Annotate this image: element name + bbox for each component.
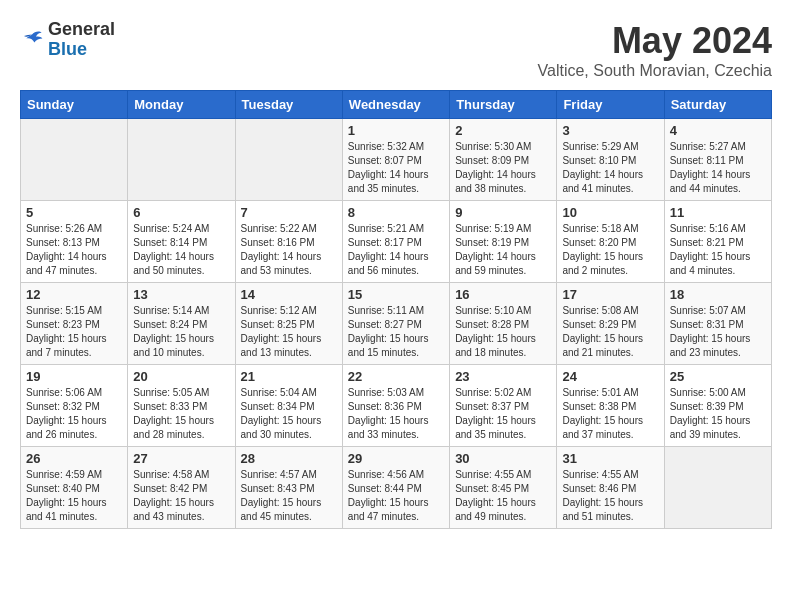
day-info: Sunrise: 4:56 AM Sunset: 8:44 PM Dayligh… <box>348 468 444 524</box>
calendar-cell: 21Sunrise: 5:04 AM Sunset: 8:34 PM Dayli… <box>235 365 342 447</box>
calendar-cell: 2Sunrise: 5:30 AM Sunset: 8:09 PM Daylig… <box>450 119 557 201</box>
calendar-cell: 14Sunrise: 5:12 AM Sunset: 8:25 PM Dayli… <box>235 283 342 365</box>
day-info: Sunrise: 5:26 AM Sunset: 8:13 PM Dayligh… <box>26 222 122 278</box>
calendar-cell: 23Sunrise: 5:02 AM Sunset: 8:37 PM Dayli… <box>450 365 557 447</box>
day-number: 9 <box>455 205 551 220</box>
day-number: 20 <box>133 369 229 384</box>
day-number: 1 <box>348 123 444 138</box>
calendar-cell: 24Sunrise: 5:01 AM Sunset: 8:38 PM Dayli… <box>557 365 664 447</box>
day-info: Sunrise: 5:15 AM Sunset: 8:23 PM Dayligh… <box>26 304 122 360</box>
day-number: 16 <box>455 287 551 302</box>
calendar-cell: 30Sunrise: 4:55 AM Sunset: 8:45 PM Dayli… <box>450 447 557 529</box>
weekday-header: Monday <box>128 91 235 119</box>
location-subtitle: Valtice, South Moravian, Czechia <box>538 62 772 80</box>
day-info: Sunrise: 4:59 AM Sunset: 8:40 PM Dayligh… <box>26 468 122 524</box>
day-number: 18 <box>670 287 766 302</box>
weekday-header: Wednesday <box>342 91 449 119</box>
calendar-cell: 17Sunrise: 5:08 AM Sunset: 8:29 PM Dayli… <box>557 283 664 365</box>
calendar-cell <box>21 119 128 201</box>
day-number: 2 <box>455 123 551 138</box>
weekday-header: Friday <box>557 91 664 119</box>
day-number: 15 <box>348 287 444 302</box>
logo-blue: Blue <box>48 40 115 60</box>
day-number: 12 <box>26 287 122 302</box>
day-number: 29 <box>348 451 444 466</box>
weekday-header: Saturday <box>664 91 771 119</box>
calendar-cell: 5Sunrise: 5:26 AM Sunset: 8:13 PM Daylig… <box>21 201 128 283</box>
calendar-cell: 19Sunrise: 5:06 AM Sunset: 8:32 PM Dayli… <box>21 365 128 447</box>
day-info: Sunrise: 5:18 AM Sunset: 8:20 PM Dayligh… <box>562 222 658 278</box>
day-number: 14 <box>241 287 337 302</box>
day-info: Sunrise: 5:12 AM Sunset: 8:25 PM Dayligh… <box>241 304 337 360</box>
day-info: Sunrise: 5:32 AM Sunset: 8:07 PM Dayligh… <box>348 140 444 196</box>
calendar-week-row: 1Sunrise: 5:32 AM Sunset: 8:07 PM Daylig… <box>21 119 772 201</box>
calendar-cell: 9Sunrise: 5:19 AM Sunset: 8:19 PM Daylig… <box>450 201 557 283</box>
day-info: Sunrise: 5:10 AM Sunset: 8:28 PM Dayligh… <box>455 304 551 360</box>
day-info: Sunrise: 5:16 AM Sunset: 8:21 PM Dayligh… <box>670 222 766 278</box>
day-info: Sunrise: 4:58 AM Sunset: 8:42 PM Dayligh… <box>133 468 229 524</box>
day-number: 7 <box>241 205 337 220</box>
calendar-cell: 6Sunrise: 5:24 AM Sunset: 8:14 PM Daylig… <box>128 201 235 283</box>
day-number: 30 <box>455 451 551 466</box>
calendar-week-row: 26Sunrise: 4:59 AM Sunset: 8:40 PM Dayli… <box>21 447 772 529</box>
calendar-week-row: 12Sunrise: 5:15 AM Sunset: 8:23 PM Dayli… <box>21 283 772 365</box>
calendar-cell: 12Sunrise: 5:15 AM Sunset: 8:23 PM Dayli… <box>21 283 128 365</box>
logo-text: General Blue <box>48 20 115 60</box>
day-info: Sunrise: 5:19 AM Sunset: 8:19 PM Dayligh… <box>455 222 551 278</box>
weekday-header: Tuesday <box>235 91 342 119</box>
day-info: Sunrise: 5:14 AM Sunset: 8:24 PM Dayligh… <box>133 304 229 360</box>
day-info: Sunrise: 4:57 AM Sunset: 8:43 PM Dayligh… <box>241 468 337 524</box>
page-header: General Blue May 2024 Valtice, South Mor… <box>20 20 772 80</box>
day-info: Sunrise: 5:24 AM Sunset: 8:14 PM Dayligh… <box>133 222 229 278</box>
day-number: 19 <box>26 369 122 384</box>
day-number: 17 <box>562 287 658 302</box>
day-number: 6 <box>133 205 229 220</box>
calendar-cell: 7Sunrise: 5:22 AM Sunset: 8:16 PM Daylig… <box>235 201 342 283</box>
day-number: 22 <box>348 369 444 384</box>
day-info: Sunrise: 5:30 AM Sunset: 8:09 PM Dayligh… <box>455 140 551 196</box>
day-info: Sunrise: 5:22 AM Sunset: 8:16 PM Dayligh… <box>241 222 337 278</box>
weekday-header: Thursday <box>450 91 557 119</box>
day-info: Sunrise: 5:11 AM Sunset: 8:27 PM Dayligh… <box>348 304 444 360</box>
day-number: 31 <box>562 451 658 466</box>
calendar-cell: 22Sunrise: 5:03 AM Sunset: 8:36 PM Dayli… <box>342 365 449 447</box>
calendar-table: SundayMondayTuesdayWednesdayThursdayFrid… <box>20 90 772 529</box>
logo-bird-icon <box>20 28 44 52</box>
day-info: Sunrise: 5:29 AM Sunset: 8:10 PM Dayligh… <box>562 140 658 196</box>
day-info: Sunrise: 5:01 AM Sunset: 8:38 PM Dayligh… <box>562 386 658 442</box>
day-number: 27 <box>133 451 229 466</box>
calendar-week-row: 19Sunrise: 5:06 AM Sunset: 8:32 PM Dayli… <box>21 365 772 447</box>
calendar-cell: 15Sunrise: 5:11 AM Sunset: 8:27 PM Dayli… <box>342 283 449 365</box>
day-number: 10 <box>562 205 658 220</box>
logo: General Blue <box>20 20 115 60</box>
weekday-header-row: SundayMondayTuesdayWednesdayThursdayFrid… <box>21 91 772 119</box>
day-number: 8 <box>348 205 444 220</box>
day-info: Sunrise: 5:03 AM Sunset: 8:36 PM Dayligh… <box>348 386 444 442</box>
calendar-cell: 28Sunrise: 4:57 AM Sunset: 8:43 PM Dayli… <box>235 447 342 529</box>
day-number: 28 <box>241 451 337 466</box>
calendar-cell: 1Sunrise: 5:32 AM Sunset: 8:07 PM Daylig… <box>342 119 449 201</box>
day-info: Sunrise: 5:02 AM Sunset: 8:37 PM Dayligh… <box>455 386 551 442</box>
day-info: Sunrise: 5:06 AM Sunset: 8:32 PM Dayligh… <box>26 386 122 442</box>
day-number: 21 <box>241 369 337 384</box>
logo-general: General <box>48 20 115 40</box>
day-info: Sunrise: 5:21 AM Sunset: 8:17 PM Dayligh… <box>348 222 444 278</box>
calendar-cell: 16Sunrise: 5:10 AM Sunset: 8:28 PM Dayli… <box>450 283 557 365</box>
calendar-cell: 25Sunrise: 5:00 AM Sunset: 8:39 PM Dayli… <box>664 365 771 447</box>
day-number: 23 <box>455 369 551 384</box>
weekday-header: Sunday <box>21 91 128 119</box>
calendar-cell: 18Sunrise: 5:07 AM Sunset: 8:31 PM Dayli… <box>664 283 771 365</box>
day-number: 26 <box>26 451 122 466</box>
calendar-cell: 26Sunrise: 4:59 AM Sunset: 8:40 PM Dayli… <box>21 447 128 529</box>
day-info: Sunrise: 4:55 AM Sunset: 8:45 PM Dayligh… <box>455 468 551 524</box>
day-number: 13 <box>133 287 229 302</box>
title-block: May 2024 Valtice, South Moravian, Czechi… <box>538 20 772 80</box>
day-number: 5 <box>26 205 122 220</box>
day-info: Sunrise: 5:27 AM Sunset: 8:11 PM Dayligh… <box>670 140 766 196</box>
calendar-cell: 20Sunrise: 5:05 AM Sunset: 8:33 PM Dayli… <box>128 365 235 447</box>
day-number: 11 <box>670 205 766 220</box>
calendar-cell: 8Sunrise: 5:21 AM Sunset: 8:17 PM Daylig… <box>342 201 449 283</box>
month-year-title: May 2024 <box>538 20 772 62</box>
calendar-cell: 31Sunrise: 4:55 AM Sunset: 8:46 PM Dayli… <box>557 447 664 529</box>
day-info: Sunrise: 4:55 AM Sunset: 8:46 PM Dayligh… <box>562 468 658 524</box>
